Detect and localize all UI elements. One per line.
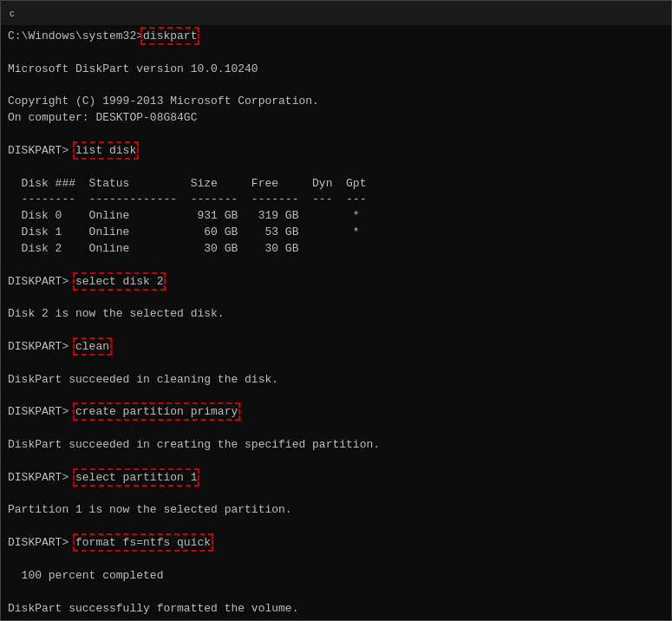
window: C C:\Windows\system32>diskpart Microsoft… bbox=[0, 0, 672, 621]
command-highlight: select partition 1 bbox=[75, 471, 197, 484]
maximize-button[interactable] bbox=[616, 1, 640, 25]
close-button[interactable] bbox=[640, 1, 664, 25]
command-highlight: create partition primary bbox=[75, 405, 238, 418]
titlebar-left: C bbox=[8, 6, 27, 20]
cmd-icon: C bbox=[8, 6, 22, 20]
titlebar-buttons bbox=[591, 1, 664, 25]
console-line: Copyright (C) 1999-2013 Microsoft Corpor… bbox=[8, 94, 664, 110]
console-line bbox=[8, 421, 664, 437]
console-line: C:\Windows\system32>diskpart bbox=[8, 29, 664, 45]
console-line: DISKPART> clean bbox=[8, 339, 664, 356]
console-line: DISKPART> format fs=ntfs quick bbox=[8, 535, 664, 552]
console-line: Disk ### Status Size Free Dyn Gpt bbox=[8, 176, 664, 193]
console-line bbox=[8, 323, 664, 339]
console-line bbox=[8, 127, 664, 143]
console-line bbox=[8, 258, 664, 274]
console-line: Disk 2 is now the selected disk. bbox=[8, 306, 664, 323]
console-line: Microsoft DiskPart version 10.0.10240 bbox=[8, 62, 664, 78]
command-highlight: clean bbox=[75, 340, 109, 353]
console-line: DISKPART> list disk bbox=[8, 143, 664, 160]
console-line bbox=[8, 454, 664, 470]
minimize-button[interactable] bbox=[591, 1, 616, 25]
console-line: 100 percent completed bbox=[8, 568, 664, 585]
console-line bbox=[8, 617, 664, 620]
console-line bbox=[8, 78, 664, 95]
command-highlight: select disk 2 bbox=[75, 275, 163, 288]
console-line bbox=[8, 389, 664, 405]
console-area[interactable]: C:\Windows\system32>diskpart Microsoft D… bbox=[1, 25, 671, 620]
console-line bbox=[8, 552, 664, 568]
console-line: Partition 1 is now the selected partitio… bbox=[8, 502, 664, 519]
console-line bbox=[8, 291, 664, 307]
console-line bbox=[8, 585, 664, 601]
console-line: DISKPART> create partition primary bbox=[8, 404, 664, 421]
console-line bbox=[8, 160, 664, 176]
command-highlight: format fs=ntfs quick bbox=[75, 536, 211, 549]
console-line: DISKPART> select disk 2 bbox=[8, 274, 664, 291]
console-line: On computer: DESKTOP-08G84GC bbox=[8, 110, 664, 127]
console-line: Disk 0 Online 931 GB 319 GB * bbox=[8, 208, 664, 225]
console-line: -------- ------------- ------- ------- -… bbox=[8, 192, 664, 208]
console-line: DiskPart succeeded in cleaning the disk. bbox=[8, 372, 664, 389]
console-line: Disk 2 Online 30 GB 30 GB bbox=[8, 241, 664, 258]
console-line: Disk 1 Online 60 GB 53 GB * bbox=[8, 225, 664, 241]
console-line bbox=[8, 487, 664, 503]
command-highlight: list disk bbox=[75, 144, 136, 157]
console-line bbox=[8, 45, 664, 62]
console-line bbox=[8, 519, 664, 535]
console-line: DiskPart successfully formatted the volu… bbox=[8, 601, 664, 618]
console-line: DISKPART> select partition 1 bbox=[8, 470, 664, 487]
svg-text:C: C bbox=[10, 10, 15, 19]
titlebar: C bbox=[1, 1, 671, 25]
console-line bbox=[8, 356, 664, 372]
console-line: DiskPart succeeded in creating the speci… bbox=[8, 437, 664, 454]
command-highlight: diskpart bbox=[143, 29, 197, 42]
